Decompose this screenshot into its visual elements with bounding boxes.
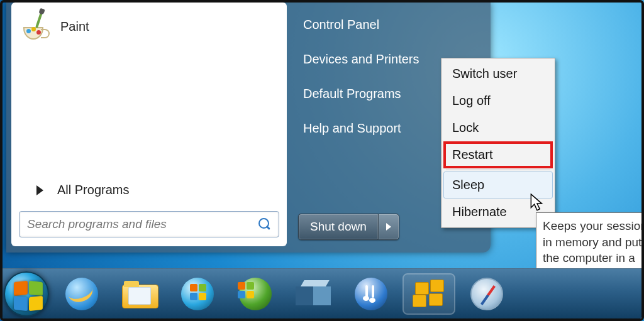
taskbar-item-file-explorer[interactable]	[114, 275, 165, 313]
paint-icon	[20, 11, 52, 42]
shutdown-options-button[interactable]	[378, 214, 399, 240]
green-orb-icon	[239, 278, 272, 310]
internet-explorer-icon	[65, 278, 98, 310]
start-orb[interactable]	[4, 271, 49, 317]
folder-icon	[122, 281, 157, 307]
taskbar-item-virtualbox[interactable]	[288, 275, 338, 313]
all-programs-label: All Programs	[57, 183, 129, 197]
shutdown-button[interactable]: Shut down	[298, 214, 378, 240]
taskbar-item-itunes[interactable]	[346, 275, 396, 313]
all-programs[interactable]: All Programs	[11, 175, 287, 205]
power-item-switch-user[interactable]: Switch user	[443, 60, 553, 87]
start-menu-left-pane: Paint All Programs	[11, 3, 287, 246]
menu-separator	[446, 170, 550, 170]
cursor-icon	[530, 193, 544, 212]
windows-flag-orb-icon	[181, 278, 214, 310]
compass-icon	[470, 278, 503, 310]
programs-list: Paint	[11, 3, 287, 175]
taskbar-item-app-yellow[interactable]	[404, 275, 454, 313]
taskbar	[3, 268, 641, 318]
power-item-restart[interactable]: Restart	[443, 141, 553, 168]
right-item-control-panel[interactable]: Control Panel	[298, 9, 483, 41]
power-item-log-off[interactable]: Log off	[443, 87, 553, 114]
shutdown-label: Shut down	[310, 220, 367, 234]
itunes-icon	[355, 278, 387, 310]
triangle-right-icon	[36, 185, 43, 195]
taskbar-item-orb-green[interactable]	[230, 275, 280, 313]
taskbar-item-safari[interactable]	[462, 275, 512, 313]
start-menu: Paint All Programs Control Panel Devices…	[6, 3, 491, 253]
program-label: Paint	[60, 19, 89, 34]
search-box[interactable]	[19, 211, 279, 237]
program-item-paint[interactable]: Paint	[18, 8, 280, 45]
yellow-blocks-icon	[411, 280, 447, 308]
taskbar-item-internet-explorer[interactable]	[57, 275, 107, 313]
search-input[interactable]	[27, 217, 258, 231]
power-item-lock[interactable]: Lock	[443, 114, 553, 141]
cube-icon	[296, 276, 331, 312]
search-icon	[258, 218, 271, 231]
taskbar-item-windows-media[interactable]	[172, 275, 223, 313]
search-row	[11, 205, 287, 246]
triangle-right-icon	[386, 223, 391, 231]
